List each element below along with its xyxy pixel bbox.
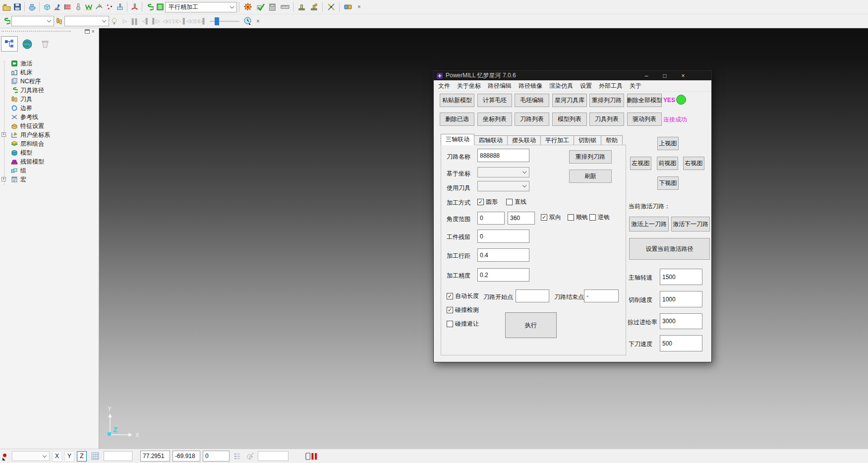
- tree-item-levels-sets[interactable]: 层和组合: [0, 139, 98, 148]
- picker-combobox[interactable]: [12, 451, 50, 461]
- collision-button[interactable]: [241, 1, 254, 13]
- step-forward-button[interactable]: ▌▷: [151, 15, 161, 27]
- rewind-button[interactable]: ◁◁: [161, 15, 172, 27]
- slider-handle[interactable]: [215, 17, 219, 25]
- toolpath-verify-button[interactable]: [129, 1, 140, 13]
- stock-input[interactable]: [477, 230, 529, 243]
- view-front-button[interactable]: 前视图: [657, 157, 678, 170]
- go-end-button[interactable]: ▷▷▌: [194, 15, 207, 27]
- set-active-path-button[interactable]: 设置当前激活路径: [629, 238, 710, 260]
- toolpath-list-button[interactable]: [155, 1, 165, 13]
- xyz-list-button[interactable]: [232, 451, 242, 461]
- toolpath-button[interactable]: [144, 1, 155, 13]
- dialog-close-button[interactable]: ×: [677, 71, 690, 80]
- active-toolpath-combobox[interactable]: 平行精加工: [165, 2, 237, 12]
- tab-3axis[interactable]: 三轴联动: [441, 134, 474, 145]
- menu-path-edit[interactable]: 路径编辑: [484, 82, 515, 90]
- tool-library-button[interactable]: 星河刀具库: [552, 94, 587, 107]
- grid-size-input[interactable]: [104, 451, 132, 461]
- tool-button[interactable]: [73, 1, 83, 13]
- coord-list-button[interactable]: 坐标列表: [477, 113, 512, 126]
- collision-avoid-checkbox[interactable]: 碰撞避让: [447, 320, 479, 328]
- tree-item-boundaries[interactable]: 边界: [0, 104, 98, 113]
- tree-item-stock-models[interactable]: 残留模型: [0, 157, 98, 166]
- view-left-button[interactable]: 左视图: [630, 157, 651, 170]
- boundary-button[interactable]: [83, 1, 94, 13]
- pattern-button[interactable]: [94, 1, 104, 13]
- menu-coords[interactable]: 关于坐标: [454, 82, 484, 90]
- toolbar-close-button[interactable]: ×: [354, 1, 364, 13]
- menu-about[interactable]: 关于: [626, 82, 645, 90]
- view-top-button[interactable]: 上视图: [657, 137, 679, 150]
- coord-x-value[interactable]: [140, 451, 170, 462]
- cubes-button[interactable]: [342, 1, 354, 13]
- render-button[interactable]: [27, 1, 37, 13]
- bidirectional-checkbox[interactable]: ✓双向: [541, 213, 561, 222]
- leads-links-button[interactable]: [52, 1, 62, 13]
- spindle-speed-input[interactable]: [660, 269, 702, 285]
- auto-length-checkbox[interactable]: ✓自动长度: [447, 292, 479, 300]
- tree-item-feature-sets[interactable]: 特征设置: [0, 121, 98, 130]
- tool-combobox[interactable]: [64, 16, 109, 26]
- clamp-button[interactable]: [295, 1, 308, 13]
- execute-button[interactable]: 执行: [505, 312, 557, 338]
- skim-rate-input[interactable]: [660, 313, 702, 329]
- explorer-tab-globe[interactable]: [19, 36, 36, 52]
- maximize-button[interactable]: □: [658, 71, 671, 80]
- device-status-button[interactable]: ▌▌: [305, 451, 318, 461]
- refresh-button[interactable]: 刷新: [569, 170, 612, 183]
- verify-ok-button[interactable]: [254, 1, 266, 13]
- view-right-button[interactable]: 右视图: [683, 157, 704, 170]
- view-bottom-button[interactable]: 下视图: [657, 176, 679, 190]
- tree-item-patterns[interactable]: 参考线: [0, 113, 98, 121]
- scissors-button[interactable]: [325, 1, 337, 13]
- open-button[interactable]: [1, 1, 12, 13]
- axis-y-toggle[interactable]: Y: [64, 451, 74, 462]
- toolpath-combobox[interactable]: [11, 16, 54, 26]
- toolbar2-close-button[interactable]: ×: [253, 15, 263, 27]
- panel-grip[interactable]: [1, 31, 71, 32]
- coord-y-value[interactable]: [173, 451, 200, 462]
- toolpath-select-button[interactable]: [1, 15, 11, 27]
- start-point-input[interactable]: [516, 289, 549, 302]
- tab-parallel[interactable]: 平行加工: [540, 135, 574, 145]
- collision-check-checkbox[interactable]: ✓碰撞检测: [447, 306, 479, 314]
- float-panel-icon[interactable]: [85, 29, 90, 34]
- tab-swivel[interactable]: 摆头联动: [507, 135, 541, 145]
- ruler-button[interactable]: [279, 1, 291, 13]
- rearrange-toolpath-button[interactable]: 重排列刀路: [569, 150, 612, 164]
- feature-set-button[interactable]: [104, 1, 115, 13]
- explorer-tab-trash[interactable]: [37, 36, 54, 52]
- activate-next-button[interactable]: 激活下一刀路: [671, 217, 710, 232]
- activate-prev-button[interactable]: 激活上一刀路: [629, 217, 669, 232]
- grid-toggle[interactable]: [89, 451, 101, 461]
- tree-item-nc-programs[interactable]: NC程序: [0, 77, 98, 86]
- save-button[interactable]: [12, 1, 22, 13]
- clock-button[interactable]: [242, 15, 253, 27]
- play-button[interactable]: ▷: [119, 15, 130, 27]
- coord-combobox[interactable]: [477, 167, 529, 177]
- explorer-tab-tree[interactable]: [1, 36, 18, 52]
- probe-indicator[interactable]: [1, 452, 9, 461]
- menu-settings[interactable]: 设置: [577, 82, 595, 90]
- toolpath-list-button[interactable]: 刀路列表: [515, 113, 549, 126]
- pause-button[interactable]: ▌▌: [130, 15, 140, 27]
- expand-icon[interactable]: +: [1, 177, 6, 181]
- end-point-input[interactable]: [584, 289, 619, 302]
- angle-from-input[interactable]: [477, 212, 505, 225]
- fast-forward-button[interactable]: ▷▷: [172, 15, 182, 27]
- speed-slider[interactable]: [210, 17, 239, 26]
- calc-stock-button[interactable]: 计算毛坯: [477, 94, 512, 107]
- delete-selected-button[interactable]: 删除已选: [440, 113, 474, 126]
- tree-item-workplanes[interactable]: +用户坐标系: [0, 130, 98, 139]
- conventional-checkbox[interactable]: 逆铣: [589, 213, 610, 222]
- toolpath-name-input[interactable]: [477, 149, 529, 162]
- tree-item-models[interactable]: 模型: [0, 148, 98, 157]
- tree-item-groups[interactable]: 组: [0, 166, 98, 175]
- coord-z-value[interactable]: [203, 451, 230, 462]
- tree-item-macros[interactable]: +宏: [0, 175, 98, 184]
- plunge-speed-input[interactable]: [660, 335, 702, 351]
- calculator-button[interactable]: [266, 1, 279, 13]
- delete-models-button[interactable]: 删除全部模型: [627, 94, 662, 107]
- method-circle-checkbox[interactable]: ✓圆形: [477, 198, 498, 206]
